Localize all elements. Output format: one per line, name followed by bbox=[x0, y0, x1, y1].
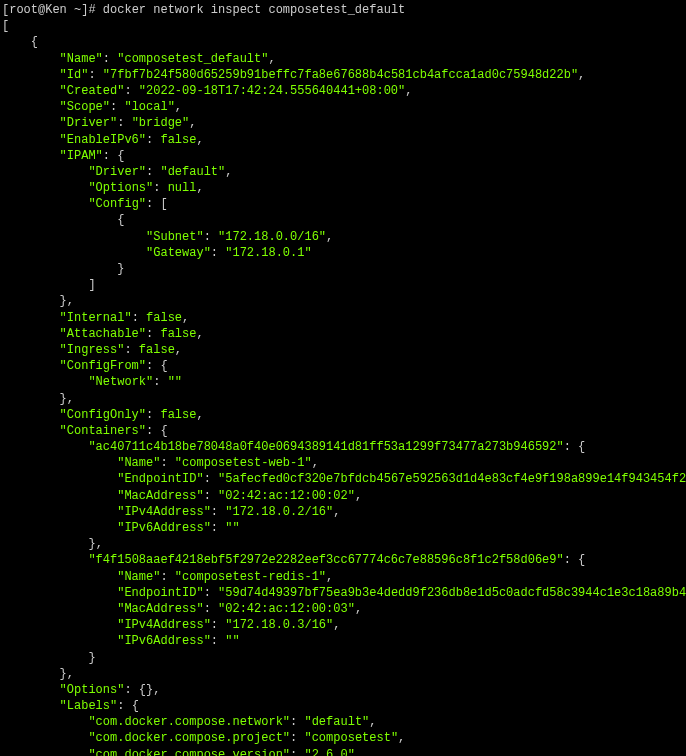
json-value: "2.6.0" bbox=[304, 748, 354, 756]
json-value: "5afecfed0cf320e7bfdcb4567e592563d1d4e83… bbox=[218, 472, 686, 486]
json-key: "ConfigOnly" bbox=[60, 408, 146, 422]
json-value: "172.18.0.0/16" bbox=[218, 230, 326, 244]
json-key: "EnableIPv6" bbox=[60, 133, 146, 147]
json-value: "composetest" bbox=[304, 731, 398, 745]
json-value: "default" bbox=[304, 715, 369, 729]
json-key: "Options" bbox=[60, 683, 125, 697]
json-key: "Name" bbox=[60, 52, 103, 66]
json-key: "Gateway" bbox=[146, 246, 211, 260]
json-value: "02:42:ac:12:00:03" bbox=[218, 602, 355, 616]
json-key: "Driver" bbox=[88, 165, 146, 179]
json-key: "IPv4Address" bbox=[117, 505, 211, 519]
json-value: null bbox=[168, 181, 197, 195]
json-key: "ac40711c4b18be78048a0f40e0694389141d81f… bbox=[88, 440, 563, 454]
json-value: false bbox=[146, 311, 182, 325]
json-key: "com.docker.compose.project" bbox=[88, 731, 290, 745]
json-value: "composetest-redis-1" bbox=[175, 570, 326, 584]
json-value: false bbox=[160, 133, 196, 147]
json-key: "MacAddress" bbox=[117, 602, 203, 616]
json-key: "ConfigFrom" bbox=[60, 359, 146, 373]
json-value: "" bbox=[168, 375, 182, 389]
json-key: "f4f1508aaef4218ebf5f2972e2282eef3cc6777… bbox=[88, 553, 563, 567]
json-key: "Driver" bbox=[60, 116, 118, 130]
json-key: "IPv6Address" bbox=[117, 634, 211, 648]
json-value: false bbox=[160, 408, 196, 422]
json-key: "Name" bbox=[117, 456, 160, 470]
json-value: false bbox=[160, 327, 196, 341]
json-value: "bridge" bbox=[132, 116, 190, 130]
json-key: "MacAddress" bbox=[117, 489, 203, 503]
json-value: false bbox=[139, 343, 175, 357]
json-value: {} bbox=[139, 683, 153, 697]
json-value: "172.18.0.2/16" bbox=[225, 505, 333, 519]
json-value: "172.18.0.3/16" bbox=[225, 618, 333, 632]
json-key: "Config" bbox=[88, 197, 146, 211]
json-key: "Internal" bbox=[60, 311, 132, 325]
json-value: "default" bbox=[160, 165, 225, 179]
json-key: "Scope" bbox=[60, 100, 110, 114]
json-key: "Network" bbox=[88, 375, 153, 389]
json-key: "Labels" bbox=[60, 699, 118, 713]
json-value: "172.18.0.1" bbox=[225, 246, 311, 260]
json-key: "Attachable" bbox=[60, 327, 146, 341]
json-key: "Containers" bbox=[60, 424, 146, 438]
json-key: "Created" bbox=[60, 84, 125, 98]
json-value: "02:42:ac:12:00:02" bbox=[218, 489, 355, 503]
json-key: "com.docker.compose.network" bbox=[88, 715, 290, 729]
shell-command: docker network inspect composetest_defau… bbox=[103, 3, 405, 17]
json-value: "" bbox=[225, 634, 239, 648]
json-key: "Ingress" bbox=[60, 343, 125, 357]
json-value: "" bbox=[225, 521, 239, 535]
json-key: "Options" bbox=[88, 181, 153, 195]
json-key: "Name" bbox=[117, 570, 160, 584]
json-key: "IPAM" bbox=[60, 149, 103, 163]
json-value: "composetest-web-1" bbox=[175, 456, 312, 470]
json-key: "IPv4Address" bbox=[117, 618, 211, 632]
json-key: "IPv6Address" bbox=[117, 521, 211, 535]
json-value: "local" bbox=[124, 100, 174, 114]
shell-prompt: [root@Ken ~]# bbox=[2, 3, 103, 17]
json-key: "EndpointID" bbox=[117, 586, 203, 600]
json-value: "2022-09-18T17:42:24.555640441+08:00" bbox=[139, 84, 405, 98]
json-value: "59d74d49397bf75ea9b3e4dedd9f236db8e1d5c… bbox=[218, 586, 686, 600]
json-value: "composetest_default" bbox=[117, 52, 268, 66]
json-value: "7fbf7b24f580d65259b91beffc7fa8e67688b4c… bbox=[103, 68, 578, 82]
terminal-output: [root@Ken ~]# docker network inspect com… bbox=[2, 2, 684, 756]
json-key: "Subnet" bbox=[146, 230, 204, 244]
json-key: "com.docker.compose.version" bbox=[88, 748, 290, 756]
json-key: "EndpointID" bbox=[117, 472, 203, 486]
json-key: "Id" bbox=[60, 68, 89, 82]
